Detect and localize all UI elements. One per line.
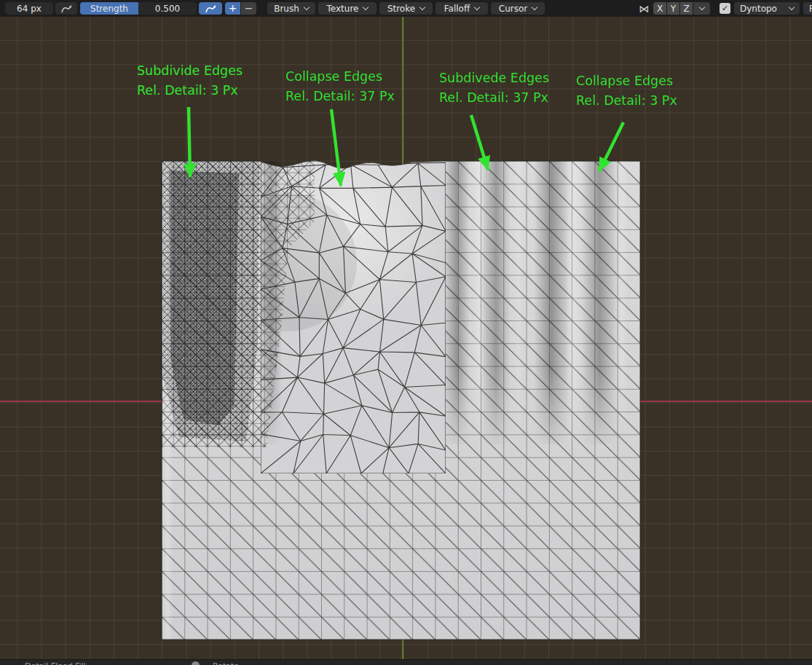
strength-label: Strength	[90, 4, 128, 14]
dropdown-label: Stroke	[387, 4, 415, 14]
symmetry-x-toggle[interactable]: X	[653, 2, 666, 15]
dyntopo-dropdown[interactable]: Dyntopo	[734, 2, 800, 15]
dropdown-label: Falloff	[444, 4, 470, 14]
mouse-icon	[192, 661, 200, 665]
strength-slider-value-area: 0.500	[138, 2, 197, 15]
annotation-line: Rel. Detail: 37 Px	[439, 88, 549, 108]
chevron-down-icon	[474, 4, 480, 10]
strength-slider[interactable]: Strength 0.500	[80, 2, 197, 15]
dropdown-label: Texture	[327, 4, 359, 14]
texture-dropdown[interactable]: Texture	[318, 2, 377, 15]
brush-dropdown[interactable]: Brush	[267, 2, 315, 15]
stylus-pressure-icon	[205, 4, 216, 14]
stylus-pressure-icon	[60, 4, 72, 14]
annotation-line: Subdivide Edges	[137, 61, 243, 81]
check-icon: ✓	[722, 4, 728, 13]
symmetry-butterfly-icon: ⋈	[636, 2, 651, 15]
symmetry-y-toggle[interactable]: Y	[667, 2, 679, 15]
annotation-label: Collapse Edges Rel. Detail: 3 Px	[576, 71, 677, 111]
annotation-line: Rel. Detail: 3 Px	[137, 81, 243, 101]
annotation-line: Rel. Detail: 37 Px	[285, 87, 395, 106]
axis-x-label: X	[657, 4, 663, 14]
strength-value: 0.500	[155, 4, 180, 14]
annotation-line: Rel. Detail: 3 Px	[576, 91, 677, 111]
dropdown-label: Cursor	[499, 4, 527, 14]
status-bar: Detail Flood Fill Rotate	[0, 659, 812, 665]
dyntopo-checkbox[interactable]: ✓	[720, 3, 730, 14]
symmetry-options-dropdown[interactable]	[693, 2, 710, 15]
viewport-3d[interactable]	[0, 0, 812, 665]
remesh-partial-label: R	[809, 4, 812, 14]
cursor-dropdown[interactable]: Cursor	[491, 2, 545, 15]
annotation-label: Subdivede Edges Rel. Detail: 37 Px	[439, 68, 549, 108]
annotation-line: Collapse Edges	[576, 71, 677, 91]
chevron-down-icon	[789, 4, 795, 10]
tool-settings-header: 64 px Strength 0.500 + −	[0, 0, 812, 17]
annotation-line: Collapse Edges	[285, 67, 395, 87]
radius-field[interactable]: 64 px	[5, 2, 53, 15]
axis-y-label: Y	[671, 4, 676, 14]
minus-icon: −	[245, 2, 253, 15]
radius-value: 64 px	[17, 4, 42, 14]
chevron-down-icon	[419, 4, 425, 10]
strength-pressure-button[interactable]	[199, 2, 222, 15]
symmetry-z-toggle[interactable]: Z	[680, 2, 693, 15]
chevron-down-icon	[304, 4, 310, 10]
status-hint-text: Rotate	[213, 661, 239, 665]
falloff-dropdown[interactable]: Falloff	[435, 2, 488, 15]
axis-z-label: Z	[683, 4, 689, 14]
remesh-dropdown-clipped[interactable]: R	[803, 2, 812, 15]
dropdown-label: Brush	[274, 4, 299, 14]
stroke-dropdown[interactable]: Stroke	[379, 2, 433, 15]
chevron-down-icon	[698, 4, 704, 10]
annotation-label: Collapse Edges Rel. Detail: 37 Px	[285, 67, 395, 106]
butterfly-glyph: ⋈	[639, 3, 649, 15]
annotation-arrow	[189, 107, 190, 177]
strength-slider-fill: Strength	[80, 2, 138, 15]
viewport-canvas[interactable]	[0, 0, 812, 665]
radius-pressure-button[interactable]	[55, 2, 77, 15]
dyntopo-label: Dyntopo	[740, 4, 777, 14]
chevron-down-icon	[363, 4, 368, 10]
annotation-line: Subdivede Edges	[439, 68, 549, 88]
chevron-down-icon	[532, 4, 537, 10]
detail-minus-button[interactable]: −	[241, 2, 256, 15]
annotation-label: Subdivide Edges Rel. Detail: 3 Px	[137, 61, 243, 101]
plus-icon: +	[229, 2, 237, 15]
blender-window: Subdivide Edges Rel. Detail: 3 Px Collap…	[0, 0, 812, 665]
status-operator-text: Detail Flood Fill	[25, 661, 86, 665]
detail-plus-button[interactable]: +	[225, 2, 240, 15]
